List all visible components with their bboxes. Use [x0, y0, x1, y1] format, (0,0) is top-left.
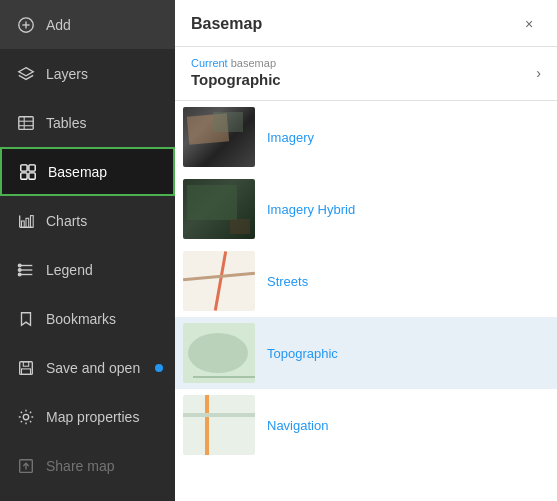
svg-rect-10: [21, 172, 27, 178]
svg-point-26: [23, 414, 28, 419]
basemap-thumb-imagery-hybrid: [183, 179, 255, 239]
sidebar-item-bookmarks[interactable]: Bookmarks: [0, 294, 175, 343]
svg-rect-16: [31, 215, 34, 227]
panel-title: Basemap: [191, 15, 262, 33]
sidebar-item-charts-label: Charts: [46, 213, 87, 229]
sidebar-item-map-properties[interactable]: Map properties: [0, 392, 175, 441]
svg-point-21: [18, 268, 21, 271]
current-label-suffix: basemap: [231, 57, 276, 69]
basemap-icon: [18, 162, 38, 182]
svg-rect-11: [29, 172, 35, 178]
tables-icon: [16, 113, 36, 133]
basemap-name-streets: Streets: [267, 274, 308, 289]
sidebar-item-add[interactable]: Add: [0, 0, 175, 49]
svg-point-20: [18, 264, 21, 267]
sidebar-item-basemap[interactable]: Basemap: [0, 147, 175, 196]
sidebar-item-tables-label: Tables: [46, 115, 86, 131]
basemap-name-imagery-hybrid: Imagery Hybrid: [267, 202, 355, 217]
basemap-thumb-topographic: [183, 323, 255, 383]
basemap-item-imagery-hybrid[interactable]: Imagery Hybrid: [175, 173, 557, 245]
svg-rect-25: [22, 368, 31, 373]
svg-rect-8: [21, 164, 27, 170]
basemap-list: Imagery Imagery Hybrid Streets Topograph…: [175, 101, 557, 501]
basemap-name-imagery: Imagery: [267, 130, 314, 145]
chevron-right-icon: ›: [536, 65, 541, 81]
basemap-panel: Basemap × Current basemap Topographic › …: [175, 0, 557, 501]
basemap-name-navigation: Navigation: [267, 418, 328, 433]
basemap-name-topographic: Topographic: [267, 346, 338, 361]
sidebar-item-tables[interactable]: Tables: [0, 98, 175, 147]
sidebar: Add Layers Tables: [0, 0, 175, 501]
sidebar-item-legend-label: Legend: [46, 262, 93, 278]
sidebar-item-save-and-open[interactable]: Save and open: [0, 343, 175, 392]
basemap-thumb-imagery: [183, 107, 255, 167]
charts-icon: [16, 211, 36, 231]
layers-icon: [16, 64, 36, 84]
sidebar-item-share-map[interactable]: Share map: [0, 441, 175, 490]
panel-header: Basemap ×: [175, 0, 557, 47]
sidebar-item-charts[interactable]: Charts: [0, 196, 175, 245]
sidebar-item-save-label: Save and open: [46, 360, 140, 376]
svg-rect-15: [26, 218, 29, 227]
basemap-item-streets[interactable]: Streets: [175, 245, 557, 317]
bookmarks-icon: [16, 309, 36, 329]
legend-icon: [16, 260, 36, 280]
settings-icon: [16, 407, 36, 427]
current-label-prefix: Current: [191, 57, 228, 69]
current-basemap-section[interactable]: Current basemap Topographic ›: [175, 47, 557, 101]
basemap-item-imagery[interactable]: Imagery: [175, 101, 557, 173]
plus-circle-icon: [16, 15, 36, 35]
notification-dot: [155, 364, 163, 372]
current-basemap-name: Topographic: [191, 71, 281, 88]
basemap-thumb-navigation: [183, 395, 255, 455]
sidebar-item-bookmarks-label: Bookmarks: [46, 311, 116, 327]
share-icon: [16, 456, 36, 476]
svg-marker-3: [19, 67, 33, 75]
svg-rect-4: [19, 116, 33, 129]
sidebar-item-legend[interactable]: Legend: [0, 245, 175, 294]
save-icon: [16, 358, 36, 378]
sidebar-item-map-properties-label: Map properties: [46, 409, 139, 425]
sidebar-item-layers-label: Layers: [46, 66, 88, 82]
close-button[interactable]: ×: [517, 12, 541, 36]
sidebar-item-basemap-label: Basemap: [48, 164, 107, 180]
svg-point-22: [18, 273, 21, 276]
sidebar-item-add-label: Add: [46, 17, 71, 33]
svg-rect-14: [22, 221, 25, 227]
svg-rect-9: [29, 164, 35, 170]
basemap-item-topographic[interactable]: Topographic: [175, 317, 557, 389]
basemap-thumb-streets: [183, 251, 255, 311]
sidebar-item-share-map-label: Share map: [46, 458, 114, 474]
current-basemap-content: Current basemap Topographic: [191, 57, 281, 88]
current-basemap-label: Current basemap: [191, 57, 281, 69]
basemap-item-navigation[interactable]: Navigation: [175, 389, 557, 461]
sidebar-item-layers[interactable]: Layers: [0, 49, 175, 98]
